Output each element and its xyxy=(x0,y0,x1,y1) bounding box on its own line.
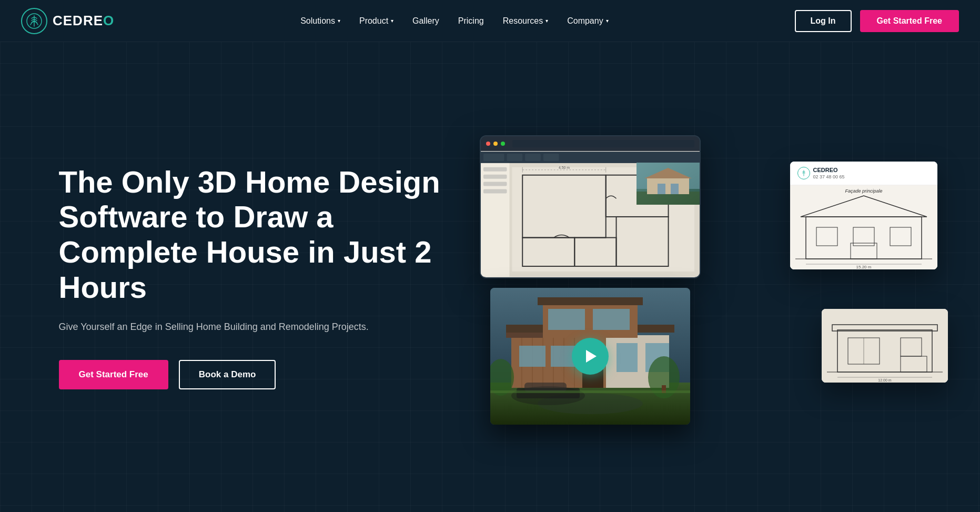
svg-rect-27 xyxy=(658,184,665,194)
svg-rect-8 xyxy=(483,167,507,171)
svg-text:Façade principale: Façade principale xyxy=(845,188,882,194)
nav-links: Solutions ▾ Product ▾ Gallery Pricing Re… xyxy=(300,16,609,26)
laptop-house-thumbnail xyxy=(637,163,700,205)
laptop-screen: 4.50 m xyxy=(481,151,700,277)
elevation-phone: 02 37 48 00 65 xyxy=(813,174,845,179)
nav-item-product[interactable]: Product ▾ xyxy=(359,16,393,26)
svg-rect-25 xyxy=(647,178,689,194)
chevron-down-icon: ▾ xyxy=(545,18,548,24)
chevron-down-icon: ▾ xyxy=(606,18,609,24)
elevation-image-2: 12.00 m xyxy=(822,309,948,383)
svg-rect-43 xyxy=(519,346,545,367)
svg-rect-11 xyxy=(483,189,507,193)
laptop-bar xyxy=(481,136,700,151)
hero-content: The Only 3D Home Design Software to Draw… xyxy=(17,98,964,456)
svg-rect-7 xyxy=(481,163,509,276)
nav-item-pricing[interactable]: Pricing xyxy=(458,16,484,26)
hero-actions: Get Started Free Book a Demo xyxy=(59,360,459,389)
chevron-down-icon: ▾ xyxy=(338,18,340,24)
elevation-image: 15.20 m Façade principale xyxy=(790,185,937,269)
svg-rect-9 xyxy=(483,174,507,178)
laptop-dot-green xyxy=(501,142,505,146)
svg-rect-58 xyxy=(490,390,690,393)
nav-item-resources[interactable]: Resources ▾ xyxy=(503,16,548,26)
logo-icon xyxy=(21,8,47,34)
logo[interactable]: CEDREO xyxy=(21,8,114,34)
laptop-mockup: 4.50 m xyxy=(480,135,701,278)
elevation-card-2: 12.00 m xyxy=(822,309,948,383)
elevation-logo: CEDREO 02 37 48 00 65 xyxy=(797,167,930,179)
svg-rect-5 xyxy=(525,154,541,161)
play-button[interactable] xyxy=(572,338,609,375)
house-render-main xyxy=(490,288,690,425)
logo-text: CEDREO xyxy=(53,13,114,29)
svg-rect-49 xyxy=(548,309,585,330)
hero-subtitle: Give Yourself an Edge in Selling Home Bu… xyxy=(59,319,459,335)
elevation-logo-info: CEDREO 02 37 48 00 65 xyxy=(813,167,845,179)
elevation-logo-name: CEDREO xyxy=(813,167,845,173)
laptop-dot-yellow xyxy=(493,142,498,146)
svg-rect-28 xyxy=(671,184,679,194)
svg-rect-4 xyxy=(507,154,522,161)
svg-rect-51 xyxy=(538,297,643,305)
svg-rect-6 xyxy=(543,154,559,161)
svg-text:15.20 m: 15.20 m xyxy=(856,265,871,269)
svg-rect-50 xyxy=(593,309,630,330)
svg-rect-10 xyxy=(483,182,507,186)
elevation-header: CEDREO 02 37 48 00 65 xyxy=(790,162,937,185)
get-started-hero-button[interactable]: Get Started Free xyxy=(59,360,168,389)
nav-actions: Log In Get Started Free xyxy=(795,10,959,32)
hero-section: The Only 3D Home Design Software to Draw… xyxy=(0,0,980,512)
nav-item-company[interactable]: Company ▾ xyxy=(567,16,608,26)
hero-images: 4.50 m xyxy=(480,130,922,425)
laptop-url-bar xyxy=(512,140,694,147)
elevation-card: CEDREO 02 37 48 00 65 xyxy=(790,162,937,269)
nav-item-gallery[interactable]: Gallery xyxy=(412,16,439,26)
play-icon xyxy=(586,350,597,363)
get-started-nav-button[interactable]: Get Started Free xyxy=(860,10,959,32)
svg-rect-3 xyxy=(483,154,504,161)
svg-text:4.50 m: 4.50 m xyxy=(558,165,569,169)
login-button[interactable]: Log In xyxy=(795,10,852,32)
svg-rect-46 xyxy=(617,343,638,372)
laptop-dot-red xyxy=(486,142,490,146)
book-demo-button[interactable]: Book a Demo xyxy=(179,360,276,389)
navbar: CEDREO Solutions ▾ Product ▾ Gallery Pri… xyxy=(0,0,980,42)
chevron-down-icon: ▾ xyxy=(391,18,393,24)
elevation-logo-icon xyxy=(797,167,810,179)
svg-rect-70 xyxy=(822,309,948,383)
hero-title: The Only 3D Home Design Software to Draw… xyxy=(59,165,459,305)
svg-text:12.00 m: 12.00 m xyxy=(878,378,891,382)
hero-text: The Only 3D Home Design Software to Draw… xyxy=(59,165,459,390)
nav-item-solutions[interactable]: Solutions ▾ xyxy=(300,16,340,26)
